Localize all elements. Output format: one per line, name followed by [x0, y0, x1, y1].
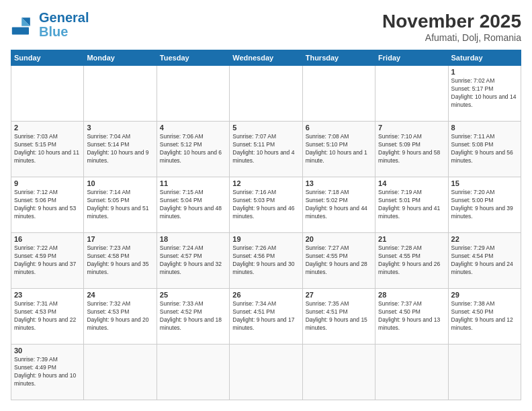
day-info: Sunrise: 7:06 AM Sunset: 5:12 PM Dayligh… — [160, 133, 226, 165]
calendar-cell: 15Sunrise: 7:20 AM Sunset: 5:00 PM Dayli… — [448, 177, 521, 233]
day-info: Sunrise: 7:31 AM Sunset: 4:53 PM Dayligh… — [14, 300, 81, 332]
calendar-week-row-3: 16Sunrise: 7:22 AM Sunset: 4:59 PM Dayli… — [11, 233, 521, 289]
logo: GeneralBlue — [11, 11, 89, 39]
day-number: 11 — [160, 179, 226, 187]
day-info: Sunrise: 7:32 AM Sunset: 4:53 PM Dayligh… — [87, 300, 153, 332]
calendar-cell: 1Sunrise: 7:02 AM Sunset: 5:17 PM Daylig… — [448, 66, 521, 122]
day-info: Sunrise: 7:20 AM Sunset: 5:00 PM Dayligh… — [451, 189, 518, 221]
day-info: Sunrise: 7:19 AM Sunset: 5:01 PM Dayligh… — [378, 189, 445, 221]
page: GeneralBlue November 2025 Afumati, Dolj,… — [0, 0, 532, 411]
calendar-cell — [157, 66, 229, 122]
calendar-cell: 14Sunrise: 7:19 AM Sunset: 5:01 PM Dayli… — [375, 177, 448, 233]
calendar-cell — [375, 66, 448, 122]
calendar-table: Sunday Monday Tuesday Wednesday Thursday… — [11, 50, 521, 400]
calendar-cell — [157, 345, 229, 400]
calendar-cell: 27Sunrise: 7:35 AM Sunset: 4:51 PM Dayli… — [302, 289, 375, 345]
calendar-cell: 22Sunrise: 7:29 AM Sunset: 4:54 PM Dayli… — [448, 233, 521, 289]
calendar-cell: 23Sunrise: 7:31 AM Sunset: 4:53 PM Dayli… — [11, 289, 84, 345]
month-year: November 2025 — [382, 11, 521, 32]
day-info: Sunrise: 7:34 AM Sunset: 4:51 PM Dayligh… — [232, 300, 299, 332]
location: Afumati, Dolj, Romania — [382, 32, 521, 43]
col-wednesday: Wednesday — [230, 50, 302, 66]
day-number: 7 — [378, 124, 445, 132]
day-info: Sunrise: 7:22 AM Sunset: 4:59 PM Dayligh… — [14, 244, 81, 277]
day-info: Sunrise: 7:28 AM Sunset: 4:55 PM Dayligh… — [378, 244, 445, 277]
day-number: 17 — [87, 235, 153, 243]
calendar-cell — [375, 345, 448, 400]
header: GeneralBlue November 2025 Afumati, Dolj,… — [11, 11, 521, 43]
day-number: 16 — [14, 235, 81, 243]
svg-rect-3 — [12, 28, 29, 35]
day-number: 30 — [14, 347, 81, 355]
calendar-cell — [448, 345, 521, 400]
col-thursday: Thursday — [302, 50, 375, 66]
day-info: Sunrise: 7:27 AM Sunset: 4:55 PM Dayligh… — [306, 244, 372, 277]
calendar-cell: 8Sunrise: 7:11 AM Sunset: 5:08 PM Daylig… — [448, 122, 521, 177]
day-number: 3 — [87, 124, 153, 132]
calendar-cell — [84, 66, 157, 122]
title-block: November 2025 Afumati, Dolj, Romania — [382, 11, 521, 43]
day-info: Sunrise: 7:08 AM Sunset: 5:10 PM Dayligh… — [306, 133, 372, 165]
calendar-cell: 24Sunrise: 7:32 AM Sunset: 4:53 PM Dayli… — [84, 289, 157, 345]
day-info: Sunrise: 7:04 AM Sunset: 5:14 PM Dayligh… — [87, 133, 153, 165]
col-friday: Friday — [375, 50, 448, 66]
col-tuesday: Tuesday — [157, 50, 229, 66]
calendar-cell: 29Sunrise: 7:38 AM Sunset: 4:50 PM Dayli… — [448, 289, 521, 345]
calendar-cell: 13Sunrise: 7:18 AM Sunset: 5:02 PM Dayli… — [302, 177, 375, 233]
calendar-cell: 20Sunrise: 7:27 AM Sunset: 4:55 PM Dayli… — [302, 233, 375, 289]
day-info: Sunrise: 7:33 AM Sunset: 4:52 PM Dayligh… — [160, 300, 226, 332]
day-info: Sunrise: 7:29 AM Sunset: 4:54 PM Dayligh… — [451, 244, 518, 277]
calendar-cell: 21Sunrise: 7:28 AM Sunset: 4:55 PM Dayli… — [375, 233, 448, 289]
day-info: Sunrise: 7:14 AM Sunset: 5:05 PM Dayligh… — [87, 189, 153, 221]
day-number: 9 — [14, 179, 81, 187]
day-info: Sunrise: 7:07 AM Sunset: 5:11 PM Dayligh… — [232, 133, 299, 165]
calendar-cell — [230, 345, 302, 400]
day-info: Sunrise: 7:37 AM Sunset: 4:50 PM Dayligh… — [378, 300, 445, 332]
day-number: 8 — [451, 124, 518, 132]
calendar-cell: 16Sunrise: 7:22 AM Sunset: 4:59 PM Dayli… — [11, 233, 84, 289]
day-number: 12 — [232, 179, 299, 187]
day-number: 4 — [160, 124, 226, 132]
day-number: 18 — [160, 235, 226, 243]
calendar-cell: 12Sunrise: 7:16 AM Sunset: 5:03 PM Dayli… — [230, 177, 302, 233]
day-info: Sunrise: 7:16 AM Sunset: 5:03 PM Dayligh… — [232, 189, 299, 221]
day-info: Sunrise: 7:24 AM Sunset: 4:57 PM Dayligh… — [160, 244, 226, 277]
calendar-cell: 19Sunrise: 7:26 AM Sunset: 4:56 PM Dayli… — [230, 233, 302, 289]
calendar-cell: 6Sunrise: 7:08 AM Sunset: 5:10 PM Daylig… — [302, 122, 375, 177]
day-number: 10 — [87, 179, 153, 187]
day-number: 13 — [306, 179, 372, 187]
day-number: 29 — [451, 291, 518, 299]
day-info: Sunrise: 7:26 AM Sunset: 4:56 PM Dayligh… — [232, 244, 299, 277]
calendar-cell: 25Sunrise: 7:33 AM Sunset: 4:52 PM Dayli… — [157, 289, 229, 345]
calendar-week-row-1: 2Sunrise: 7:03 AM Sunset: 5:15 PM Daylig… — [11, 122, 521, 177]
day-number: 27 — [306, 291, 372, 299]
day-number: 25 — [160, 291, 226, 299]
day-number: 19 — [232, 235, 299, 243]
day-number: 20 — [306, 235, 372, 243]
logo-text: GeneralBlue — [39, 11, 89, 39]
day-number: 23 — [14, 291, 81, 299]
col-monday: Monday — [84, 50, 157, 66]
calendar-cell — [302, 345, 375, 400]
day-info: Sunrise: 7:11 AM Sunset: 5:08 PM Dayligh… — [451, 133, 518, 165]
day-info: Sunrise: 7:10 AM Sunset: 5:09 PM Dayligh… — [378, 133, 445, 165]
logo-icon — [11, 13, 35, 37]
calendar-cell: 28Sunrise: 7:37 AM Sunset: 4:50 PM Dayli… — [375, 289, 448, 345]
day-info: Sunrise: 7:02 AM Sunset: 5:17 PM Dayligh… — [451, 77, 518, 109]
day-info: Sunrise: 7:38 AM Sunset: 4:50 PM Dayligh… — [451, 300, 518, 332]
calendar-week-row-0: 1Sunrise: 7:02 AM Sunset: 5:17 PM Daylig… — [11, 66, 521, 122]
day-number: 2 — [14, 124, 81, 132]
calendar-cell: 10Sunrise: 7:14 AM Sunset: 5:05 PM Dayli… — [84, 177, 157, 233]
calendar-cell — [230, 66, 302, 122]
calendar-cell: 3Sunrise: 7:04 AM Sunset: 5:14 PM Daylig… — [84, 122, 157, 177]
calendar-cell — [84, 345, 157, 400]
day-number: 28 — [378, 291, 445, 299]
calendar-header-row: Sunday Monday Tuesday Wednesday Thursday… — [11, 50, 521, 66]
day-info: Sunrise: 7:15 AM Sunset: 5:04 PM Dayligh… — [160, 189, 226, 221]
calendar-cell: 2Sunrise: 7:03 AM Sunset: 5:15 PM Daylig… — [11, 122, 84, 177]
col-saturday: Saturday — [448, 50, 521, 66]
calendar-cell — [302, 66, 375, 122]
calendar-cell: 9Sunrise: 7:12 AM Sunset: 5:06 PM Daylig… — [11, 177, 84, 233]
day-info: Sunrise: 7:18 AM Sunset: 5:02 PM Dayligh… — [306, 189, 372, 221]
calendar-cell: 26Sunrise: 7:34 AM Sunset: 4:51 PM Dayli… — [230, 289, 302, 345]
